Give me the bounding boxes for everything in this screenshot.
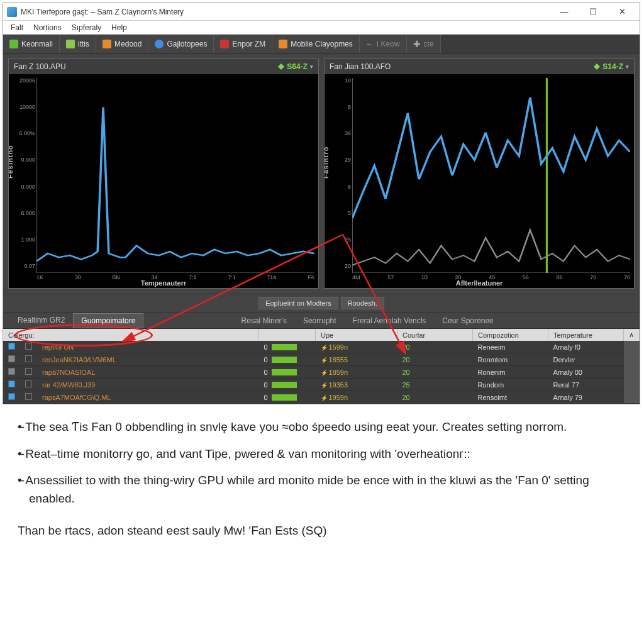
toolbar-label: Moblie Clayopmes [291,40,353,48]
data-table-wrap: Celergu: Upe Courlar Compozotion Tempera… [3,329,640,404]
bullet-2: Reat–time monitorry go, and vant Tipe, p… [18,445,626,464]
toolbar-label: I Keow [377,40,400,48]
row-composition: Rensoimt [473,391,548,404]
row-index[interactable] [20,366,37,379]
menu-file[interactable]: Falt [6,23,28,32]
toolbar-btn-5[interactable]: Moblie Clayopmes [272,35,360,53]
toolbar-icon: ← [366,40,374,48]
titlebar: MKI Tierfepore gaşt: – Sam Z Claynorn's … [3,3,640,21]
bar-icon [272,369,297,375]
row-courlar: 20 [397,391,473,404]
chart-left-badge[interactable]: S64-Z ▾ [278,62,313,71]
menu-help[interactable]: Help [106,23,132,32]
toolbar-btn-1[interactable]: ittis [60,35,96,53]
row-zero: 0 [259,391,316,404]
row-checkbox[interactable] [3,366,20,379]
toolbar-btn-6[interactable]: ←I Keow [360,35,407,53]
diamond-icon [278,64,284,70]
toolbar-label: Medood [114,40,142,48]
row-upe: 1959n [316,391,397,404]
toolbar-btn-7[interactable]: ✚cte [407,35,441,53]
toolbar-btn-2[interactable]: Medood [96,35,148,53]
close-button[interactable]: ✕ [608,4,636,20]
row-index[interactable] [20,379,37,391]
toolbar-icon [279,40,287,48]
svg-line-8 [343,235,406,354]
row-name: rapá7NOASIOAL [37,366,259,379]
minimize-button[interactable]: — [550,4,578,20]
chart-left-title: Fan Z 100.APU [14,62,66,71]
menu-options[interactable]: Nortions [28,23,67,32]
svg-line-7 [123,235,343,341]
row-temperature: Arnaly 00 [548,366,624,379]
toolbar-icon [155,40,164,48]
toolbar-icon [66,40,75,48]
article-bullets: The sea Ƭis Fan 0 obbendling in snvlę ka… [0,407,644,523]
menu-specialty[interactable]: Sıpferaly [67,23,106,32]
row-zero: 0 [259,366,316,379]
bar-icon [272,394,297,401]
footer-line: Than be rtacs, adon steand eest sauly Mw… [0,523,644,538]
row-checkbox[interactable] [3,391,20,404]
app-icon [7,7,17,17]
window-title: MKI Tierfepore gaşt: – Sam Z Claynorn's … [21,8,550,16]
diamond-icon [594,64,600,70]
row-zero: 0 [259,379,316,391]
row-temperature: Arnaly 79 [548,391,624,404]
toolbar-btn-3[interactable]: Gajlotopees [148,35,214,53]
chart-right-badge[interactable]: S14-Z ▾ [594,62,629,71]
chevron-down-icon: ▾ [626,64,629,70]
row-checkbox[interactable] [3,379,20,391]
bullet-3: Ansessiliet to with the thing-wiry GPU w… [18,472,626,508]
chart-right-title: Fan Jian 100.AFO [330,62,391,71]
row-upe: 19353 [316,379,397,391]
toolbar-label: ittis [78,40,89,48]
table-row[interactable]: rapsA7MOAfCG\Q.ML01959n20RensoimtArnaly … [3,391,640,404]
toolbar: KeonmallittisMedoodGajlotopeesEnpor ZMMo… [3,35,640,53]
bar-icon [272,382,297,388]
toolbar-btn-4[interactable]: Enpor ZM [214,35,272,53]
window-buttons: — ☐ ✕ [550,4,636,20]
row-upe: 1859n [316,366,397,379]
row-composition: Rundom [473,379,548,391]
svg-marker-3 [594,64,600,70]
toolbar-label: Enpor ZM [232,40,265,48]
chart-left-header: Fan Z 100.APU S64-Z ▾ [9,59,318,74]
row-name: rapsA7MOAfCG\Q.ML [37,391,259,404]
annotation-arrows [3,209,632,360]
toolbar-label: cte [424,40,434,48]
table-row[interactable]: rar 42/MW80.J3901935325RundomReral 77 [3,379,640,391]
table-row[interactable]: rapá7NOASIOAL01859n20RonenimArnaly 00 [3,366,640,379]
chevron-down-icon: ▾ [310,64,313,70]
maximize-button[interactable]: ☐ [579,4,607,20]
row-name: rar 42/MW80.J39 [37,379,259,391]
row-courlar: 20 [397,366,473,379]
menubar: Falt Nortions Sıpferaly Help [3,21,640,35]
toolbar-icon [103,40,111,48]
app-window: MKI Tierfepore gaşt: – Sam Z Claynorn's … [3,3,640,404]
row-index[interactable] [20,391,37,404]
toolbar-label: Keonmall [21,40,53,48]
row-temperature: Reral 77 [548,379,624,391]
row-courlar: 25 [397,379,473,391]
toolbar-label: Gajlotopees [167,40,207,48]
toolbar-icon [9,40,18,48]
bullet-1: The sea Ƭis Fan 0 obbendling in snvlę ka… [18,418,626,436]
svg-marker-0 [278,64,284,70]
row-composition: Ronenim [473,366,548,379]
chart-right-header: Fan Jian 100.AFO S14-Z ▾ [325,59,634,74]
toolbar-icon: ✚ [413,39,421,49]
toolbar-btn-0[interactable]: Keonmall [3,35,60,53]
toolbar-icon [220,40,229,48]
